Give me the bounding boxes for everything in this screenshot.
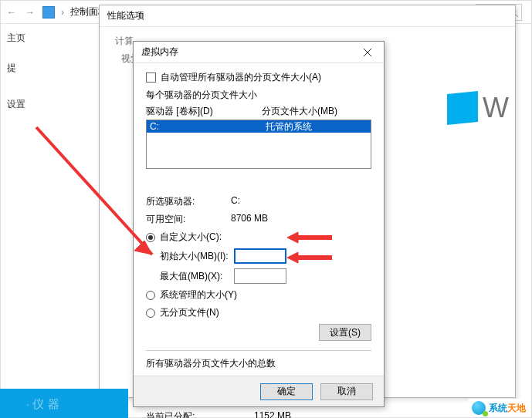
ok-button[interactable]: 确定 [260,383,313,400]
sidebar-item[interactable]: 提 [7,62,91,75]
set-button[interactable]: 设置(S) [319,324,371,341]
totals-label: 所有驱动器分页文件大小的总数 [146,357,371,370]
auto-manage-label: 自动管理所有驱动器的分页文件大小(A) [161,71,321,84]
windows-logo-icon [447,91,478,125]
selected-drive-label: 所选驱动器: [146,195,231,208]
windows-logo: W [447,77,532,139]
dialog-footer: 确定 取消 [134,376,384,406]
dialog-title: 性能选项 [100,5,515,27]
radio-no-paging[interactable] [146,308,155,318]
watermark-text: 系统天地 [489,400,526,415]
drive-list[interactable]: C: 托管的系统 [146,120,371,169]
virtual-memory-dialog: 虚拟内存 自动管理所有驱动器的分页文件大小(A) 每个驱动器的分页文件大小 驱动… [133,41,385,407]
breadcrumb-sep: › [61,7,64,18]
title-text: 虚拟内存 [141,46,178,59]
currently-allocated-value: 1152 MB [254,410,291,418]
free-space-value: 8706 MB [231,213,268,226]
auto-manage-checkbox[interactable] [146,72,156,83]
watermark-icon [472,401,486,415]
close-button[interactable] [356,45,379,60]
sidebar-item-settings[interactable]: 设置 [7,98,91,111]
initial-size-input[interactable] [234,248,286,264]
radio-system-label: 系统管理的大小(Y) [160,288,237,302]
max-size-label: 最大值(MB)(X): [160,270,234,283]
radio-none-label: 无分页文件(N) [160,306,219,319]
drive-row-c[interactable]: C: 托管的系统 [147,120,371,133]
close-icon [363,48,372,57]
cancel-button[interactable]: 取消 [320,383,373,400]
drive-list-header: 驱动器 [卷标](D) 分页文件大小(MB) [146,105,371,118]
sidebar: 主页 提 设置 [1,24,97,394]
free-space-label: 可用空间: [146,213,231,226]
currently-allocated-label: 当前已分配: [146,410,254,418]
radio-custom-size[interactable] [146,233,155,242]
windows-logo-text: W [483,92,509,124]
initial-size-label: 初始大小(MB)(I): [160,250,234,263]
col-paging: 分页文件大小(MB) [262,105,337,118]
back-icon[interactable]: ← [5,6,18,19]
taskbar-text: · 仪 器 [26,397,59,412]
divider [146,350,371,351]
col-drive: 驱动器 [卷标](D) [146,105,262,118]
watermark: 系统天地 [469,399,529,416]
radio-custom-label: 自定义大小(C): [160,231,222,244]
title-text: 性能选项 [107,9,144,22]
control-panel-icon [42,6,55,19]
sidebar-item-home[interactable]: 主页 [7,32,91,45]
titlebar: 虚拟内存 [134,42,384,63]
group-label: 每个驱动器的分页文件大小 [146,89,371,102]
selected-drive-value: C: [231,195,240,208]
forward-icon[interactable]: → [24,6,36,19]
taskbar [0,389,128,418]
drive-letter: C: [150,121,266,132]
drive-paging: 托管的系统 [266,120,312,133]
radio-system-managed[interactable] [146,291,155,300]
max-size-input[interactable] [234,268,286,284]
